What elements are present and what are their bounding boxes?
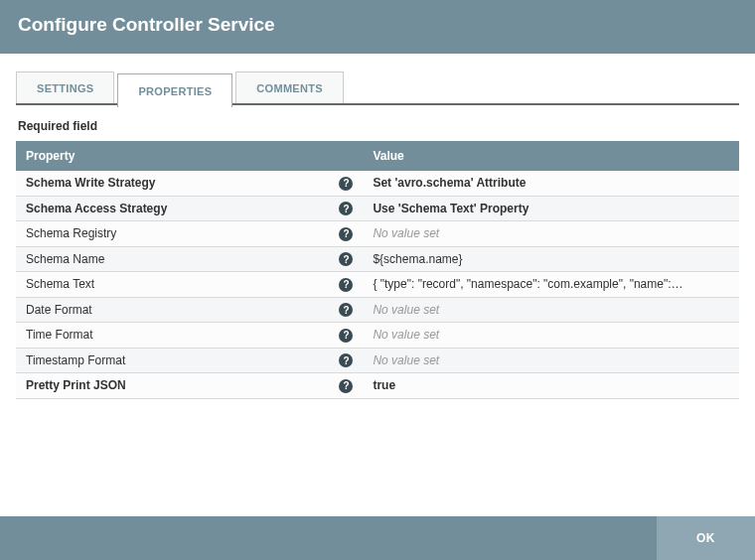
- property-name-cell: Schema Text?: [16, 272, 363, 298]
- property-value-cell[interactable]: true: [363, 373, 695, 399]
- table-row[interactable]: Time Format?No value set: [16, 323, 739, 349]
- property-actions-cell: [695, 246, 739, 272]
- property-name: Schema Write Strategy: [26, 176, 156, 190]
- tab-bar: SETTINGS PROPERTIES COMMENTS: [16, 71, 739, 105]
- tab-settings[interactable]: SETTINGS: [16, 71, 114, 103]
- property-actions-cell: [695, 297, 739, 323]
- property-value-cell[interactable]: No value set: [363, 348, 695, 373]
- property-actions-cell: [695, 171, 739, 196]
- property-name: Time Format: [26, 328, 93, 342]
- property-name: Schema Access Strategy: [26, 202, 167, 215]
- property-name-cell: Schema Name?: [16, 246, 363, 272]
- required-field-label: Required field: [18, 119, 739, 133]
- help-icon[interactable]: ?: [339, 278, 353, 292]
- property-name-cell: Schema Access Strategy?: [16, 196, 363, 221]
- column-header-property: Property: [16, 141, 363, 171]
- table-row[interactable]: Schema Text?{ "type": "record", "namespa…: [16, 272, 739, 298]
- property-value-cell[interactable]: { "type": "record", "namespace": "com.ex…: [363, 272, 695, 298]
- property-name-cell: Date Format?: [16, 297, 363, 323]
- property-actions-cell: [695, 272, 739, 298]
- property-name-cell: Timestamp Format?: [16, 348, 363, 373]
- table-row[interactable]: Timestamp Format?No value set: [16, 348, 739, 373]
- help-icon[interactable]: ?: [339, 379, 353, 393]
- property-actions-cell: [695, 373, 739, 399]
- table-row[interactable]: Schema Write Strategy?Set 'avro.schema' …: [16, 171, 739, 196]
- property-value-cell[interactable]: No value set: [363, 297, 695, 323]
- ok-button[interactable]: OK: [657, 516, 755, 560]
- column-header-value: Value: [363, 141, 695, 171]
- property-name: Schema Text: [26, 277, 94, 291]
- help-icon[interactable]: ?: [339, 252, 353, 266]
- property-name-cell: Time Format?: [16, 323, 363, 349]
- property-name: Schema Registry: [26, 226, 116, 240]
- dialog-title: Configure Controller Service: [0, 0, 755, 54]
- property-name-cell: Schema Registry?: [16, 221, 363, 247]
- property-name-cell: Schema Write Strategy?: [16, 171, 363, 196]
- property-actions-cell: [695, 323, 739, 349]
- property-name: Schema Name: [26, 252, 104, 266]
- property-actions-cell: [695, 348, 739, 373]
- configure-controller-service-dialog: Configure Controller Service SETTINGS PR…: [0, 0, 755, 560]
- column-header-actions: [695, 141, 739, 171]
- properties-table: Property Value Schema Write Strategy?Set…: [16, 141, 739, 399]
- table-row[interactable]: Schema Name?${schema.name}: [16, 246, 739, 272]
- dialog-footer: OK: [0, 516, 755, 560]
- table-row[interactable]: Schema Access Strategy?Use 'Schema Text'…: [16, 196, 739, 221]
- tab-properties[interactable]: PROPERTIES: [117, 73, 232, 107]
- tab-comments[interactable]: COMMENTS: [235, 71, 344, 103]
- property-actions-cell: [695, 196, 739, 221]
- property-value-cell[interactable]: Use 'Schema Text' Property: [363, 196, 695, 221]
- property-value-cell[interactable]: No value set: [363, 323, 695, 349]
- property-value-cell[interactable]: ${schema.name}: [363, 246, 695, 272]
- help-icon[interactable]: ?: [339, 329, 353, 343]
- property-name: Pretty Print JSON: [26, 378, 126, 392]
- table-row[interactable]: Schema Registry?No value set: [16, 221, 739, 247]
- property-name-cell: Pretty Print JSON?: [16, 373, 363, 399]
- table-row[interactable]: Pretty Print JSON?true: [16, 373, 739, 399]
- help-icon[interactable]: ?: [339, 202, 353, 215]
- property-name: Date Format: [26, 303, 92, 317]
- property-actions-cell: [695, 221, 739, 247]
- property-value-cell[interactable]: No value set: [363, 221, 695, 247]
- property-value-cell[interactable]: Set 'avro.schema' Attribute: [363, 171, 695, 196]
- help-icon[interactable]: ?: [339, 303, 353, 317]
- help-icon[interactable]: ?: [339, 227, 353, 241]
- table-row[interactable]: Date Format?No value set: [16, 297, 739, 323]
- property-name: Timestamp Format: [26, 353, 125, 367]
- dialog-body: SETTINGS PROPERTIES COMMENTS Required fi…: [0, 54, 755, 516]
- help-icon[interactable]: ?: [339, 353, 353, 367]
- help-icon[interactable]: ?: [339, 177, 353, 191]
